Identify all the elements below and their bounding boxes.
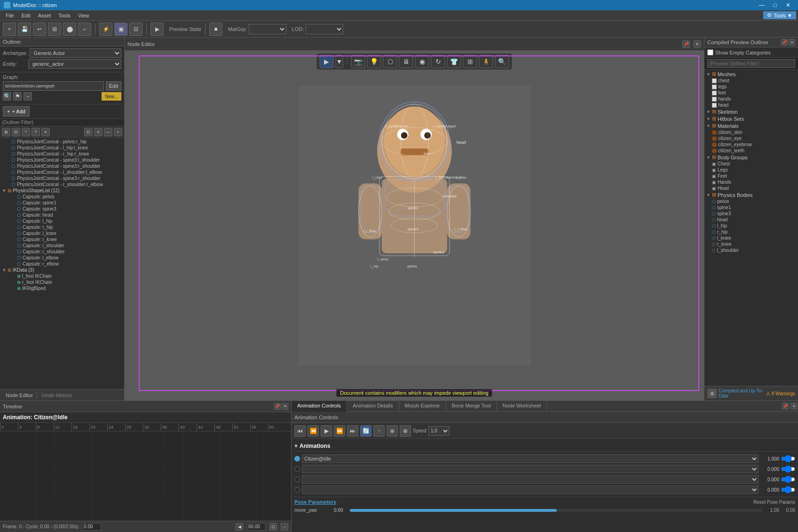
tree-item-5[interactable]: ⬡PhysicsJointConical - l_shoulder:l_elbo… <box>0 169 124 175</box>
toolbar-btn5[interactable]: ⬤ <box>63 23 76 36</box>
toolbar-btn6[interactable]: ⌐ <box>78 23 91 36</box>
tree-item-24[interactable]: ⊕IKRigBiped <box>0 285 124 291</box>
tree-item-4[interactable]: ⬡PhysicsJointConical - spine3:r_shoulder <box>0 163 124 169</box>
graph-edit-button[interactable]: Edit <box>106 81 121 91</box>
graph-arrow-icon[interactable]: → <box>24 92 32 101</box>
rt-item-18[interactable]: ▣Head <box>704 185 798 191</box>
graph-path-input[interactable] <box>3 81 104 91</box>
menu-file[interactable]: File <box>2 12 18 19</box>
tools-dropdown-button[interactable]: ⚙ Tools ▼ <box>763 11 796 19</box>
anim-radio-0[interactable] <box>294 456 300 462</box>
filter-icon9[interactable]: + <box>114 128 122 136</box>
rt-group-7[interactable]: ▼⊞Hitbox Sets <box>704 115 798 122</box>
compiled-close-button[interactable]: ✕ <box>789 39 795 46</box>
anim-skip-start[interactable]: ⏮ <box>294 425 306 437</box>
filter-icon8[interactable]: — <box>104 128 112 136</box>
rt-item-4[interactable]: hands <box>704 96 798 102</box>
viewport-pin-button[interactable]: 📌 <box>682 40 690 48</box>
viewport-close-button[interactable]: ✕ <box>694 40 701 48</box>
tree-item-20[interactable]: ⬡Capsule: r_elbow <box>0 261 124 267</box>
filter-icon5[interactable]: ≡ <box>41 128 50 136</box>
graph-flag-icon[interactable]: ⚑ <box>13 92 22 101</box>
rt-item-16[interactable]: ▣Feet <box>704 173 798 179</box>
pose-reset-button[interactable]: Reset Pose Params <box>753 500 795 505</box>
timeline-pin-button[interactable]: 📌 <box>274 403 281 410</box>
anim-name-3[interactable] <box>302 485 758 494</box>
add-button[interactable]: + + Add <box>3 106 30 117</box>
rt-item-10[interactable]: citizen_eye <box>704 135 798 141</box>
mat-grp-combo[interactable] <box>249 24 286 34</box>
anim-name-1[interactable] <box>302 465 758 473</box>
anim-slider-1[interactable] <box>781 465 795 473</box>
tree-item-6[interactable]: ⬡PhysicsJointConical - spine3:r_shoulder <box>0 175 124 181</box>
entity-combo[interactable]: generic_actor <box>28 59 121 69</box>
rt-group-6[interactable]: ▼⊞Skeleton <box>704 108 798 115</box>
timeline-content[interactable] <box>0 431 291 521</box>
tree-item-13[interactable]: ⬡Capsule: l_hip <box>0 218 124 224</box>
tree-item-9[interactable]: ⬡Capsule: pelvis <box>0 194 124 200</box>
rt-item-14[interactable]: ▣Chest <box>704 161 798 167</box>
rt-item-27[interactable]: ⬡r_knee <box>704 241 798 247</box>
anim-loop[interactable]: 🔄 <box>360 425 371 437</box>
tab-animation-controls[interactable]: Animation Controls <box>292 401 347 412</box>
maximize-button[interactable]: □ <box>769 1 781 9</box>
viewport-area[interactable]: ▶ ▼ 📷 💡 ⬡ 🖥 ◉ ↻ 👕 ⊞ 🧍 🔍 <box>125 51 704 400</box>
rt-group-19[interactable]: ▼⊞Physics Bodies <box>704 191 798 198</box>
tree-item-15[interactable]: ⬡Capsule: l_knee <box>0 230 124 236</box>
tree-item-11[interactable]: ⬡Capsule: spine3 <box>0 206 124 212</box>
tree-item-3[interactable]: ⬡PhysicsJointConical - spine3:l_shoulder <box>0 157 124 163</box>
mat-grp-icon[interactable]: ■ <box>209 23 222 36</box>
tree-item-7[interactable]: ⬡PhysicsJointConical - r_shoulder:r_elbo… <box>0 181 124 188</box>
rt-item-17[interactable]: ▣Hands <box>704 179 798 185</box>
tree-item-1[interactable]: ⬡PhysicsJointConical - l_hip:l_knee <box>0 145 124 151</box>
compiled-pin-button[interactable]: 📌 <box>781 39 788 46</box>
rt-item-22[interactable]: ⬡spine3 <box>704 211 798 217</box>
rt-item-23[interactable]: ⬡head <box>704 217 798 223</box>
rt-group-8[interactable]: ▼⊞Materials <box>704 122 798 129</box>
rt-group-13[interactable]: ▼⊞Body Groups <box>704 154 798 161</box>
tab-bone-merge[interactable]: Bone Merge Tool <box>446 401 497 411</box>
anim-prev-frame[interactable]: ⏪ <box>308 425 319 437</box>
anim-next-frame[interactable]: ⏩ <box>334 425 345 437</box>
rt-item-2[interactable]: legs <box>704 84 798 90</box>
compiled-filter-input[interactable] <box>707 59 795 68</box>
anim-param1[interactable]: ⊕ <box>387 425 398 437</box>
show-empty-checkbox[interactable] <box>707 49 713 55</box>
tab-animation-details[interactable]: Animation Details <box>347 401 399 411</box>
tree-item-23[interactable]: ⊕r_foot IKChain <box>0 279 124 285</box>
end-frame-input[interactable] <box>247 523 266 531</box>
toolbar-btn7[interactable]: ⚡ <box>99 23 112 36</box>
tree-item-14[interactable]: ⬡Capsule: r_hip <box>0 224 124 230</box>
rt-item-21[interactable]: ⬡spine1 <box>704 204 798 211</box>
rt-item-28[interactable]: ⬡l_shoulder <box>704 247 798 253</box>
menu-edit[interactable]: Edit <box>18 12 34 19</box>
tree-item-10[interactable]: ⬡Capsule: spine1 <box>0 200 124 206</box>
tree-item-16[interactable]: ⬡Capsule: r_knee <box>0 236 124 243</box>
toolbar-save-button[interactable]: 💾 <box>18 23 31 36</box>
rt-item-9[interactable]: citizen_skin <box>704 129 798 135</box>
tree-item-0[interactable]: ⬡PhysicsJointConical - pelvis:r_hip <box>0 139 124 145</box>
toolbar-undo-button[interactable]: ↩ <box>33 23 46 36</box>
graph-new-button[interactable]: New... <box>102 92 121 101</box>
anim-name-0[interactable]: Citizen@Idle <box>302 454 758 463</box>
filter-icon1[interactable]: ⊞ <box>2 128 10 136</box>
anim-radio-2[interactable] <box>294 477 300 482</box>
preview-state-button[interactable]: ▶ <box>150 23 164 36</box>
tree-group-21[interactable]: ▼⊞IKData (3) <box>0 267 124 273</box>
rt-item-1[interactable]: chest <box>704 78 798 84</box>
rt-item-11[interactable]: citizen_eyebrow <box>704 141 798 148</box>
toolbar-redo-button[interactable]: ⊞ <box>48 23 61 36</box>
frame-value-input[interactable] <box>82 523 101 531</box>
anim-up-key[interactable]: ↑ <box>373 425 385 437</box>
menu-asset[interactable]: Asset <box>34 12 55 19</box>
filter-icon7[interactable]: ≡ <box>94 128 103 136</box>
anim-param2[interactable]: ⊗ <box>400 425 411 437</box>
rt-group-0[interactable]: ▼⊞Meshes <box>704 70 798 78</box>
animations-section-title[interactable]: + Animations <box>294 441 795 452</box>
rt-item-5[interactable]: head <box>704 102 798 108</box>
tab-morph-explorer[interactable]: Morph Explorer <box>399 401 446 411</box>
anim-name-2[interactable] <box>302 475 758 484</box>
timeline-zoom-fit[interactable]: ⊡ <box>269 523 277 531</box>
pose-params-title[interactable]: Pose Parameters <box>294 499 336 505</box>
tree-group-8[interactable]: ▼⊞PhysicsShapeList (12) <box>0 188 124 194</box>
